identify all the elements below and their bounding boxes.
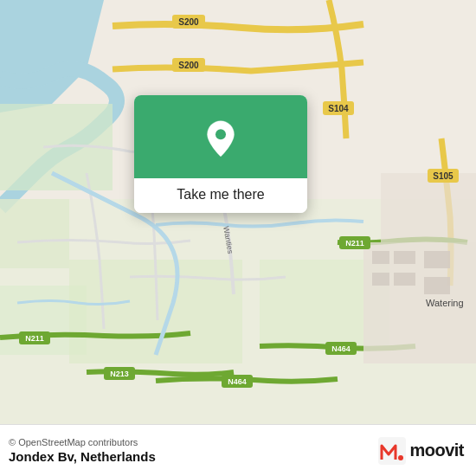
svg-rect-14 — [424, 251, 450, 268]
moovit-logo-icon — [378, 437, 406, 465]
card-label-area: Take me there — [134, 178, 307, 213]
svg-point-38 — [398, 455, 403, 460]
svg-rect-13 — [394, 273, 415, 286]
svg-point-36 — [215, 129, 226, 139]
svg-text:Watering: Watering — [426, 298, 464, 308]
svg-text:N213: N213 — [110, 370, 129, 378]
card-green-area — [134, 95, 307, 178]
svg-text:N464: N464 — [228, 377, 247, 386]
moovit-logo[interactable]: moovit — [378, 437, 464, 465]
take-me-there-button[interactable]: Take me there — [177, 187, 264, 203]
svg-text:S200: S200 — [178, 61, 199, 70]
svg-text:N211: N211 — [345, 239, 364, 248]
map-container: S200 S200 S104 S105 N211 N211 N213 N464 … — [0, 0, 476, 424]
svg-rect-9 — [381, 173, 476, 242]
svg-rect-12 — [372, 273, 389, 286]
svg-rect-10 — [372, 251, 389, 264]
svg-text:N464: N464 — [331, 344, 351, 353]
svg-rect-11 — [394, 251, 415, 264]
location-pin-icon — [200, 119, 241, 161]
svg-text:S200: S200 — [178, 17, 199, 27]
footer-left: © OpenStreetMap contributors Jondex Bv, … — [9, 437, 156, 464]
map-attribution: © OpenStreetMap contributors — [9, 437, 156, 447]
svg-text:S104: S104 — [328, 104, 349, 113]
place-name: Jondex Bv, Netherlands — [9, 449, 156, 464]
footer-bar: © OpenStreetMap contributors Jondex Bv, … — [0, 424, 476, 476]
location-card: Take me there — [134, 95, 307, 213]
svg-text:N211: N211 — [25, 334, 44, 343]
svg-text:S105: S105 — [433, 171, 453, 181]
svg-rect-15 — [424, 277, 450, 294]
moovit-label: moovit — [409, 441, 464, 460]
